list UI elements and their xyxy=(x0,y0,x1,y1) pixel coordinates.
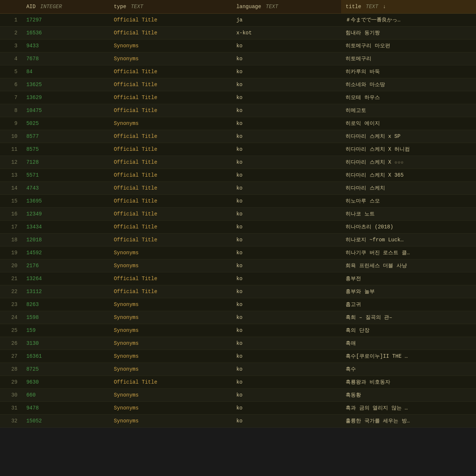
title-header[interactable]: title TEXT ↓ xyxy=(341,0,476,14)
aid-cell[interactable]: 159 xyxy=(22,324,109,337)
type-header[interactable]: type TEXT xyxy=(109,0,232,14)
row-number: 26 xyxy=(0,337,22,350)
type-cell: Official Title xyxy=(109,169,232,182)
language-cell: ko xyxy=(232,195,341,208)
aid-cell[interactable]: 1598 xyxy=(22,311,109,324)
language-cell: x-kot xyxy=(232,27,341,40)
aid-cell[interactable]: 13434 xyxy=(22,221,109,234)
aid-cell[interactable]: 7678 xyxy=(22,52,109,65)
row-number: 18 xyxy=(0,234,22,246)
language-header[interactable]: language TEXT xyxy=(232,0,341,14)
title-cell: 흑희 – 질곡의 관– xyxy=(341,311,476,324)
type-cell: Official Title xyxy=(109,195,232,208)
sort-desc-icon: ↓ xyxy=(383,4,386,10)
type-cell: Official Title xyxy=(109,27,232,40)
aid-cell[interactable]: 4743 xyxy=(22,182,109,195)
aid-header[interactable]: AID INTEGER xyxy=(22,0,109,14)
table-row: 238263Synonymsko흡고귀 xyxy=(0,298,476,311)
language-col-type: TEXT xyxy=(266,4,278,10)
row-number: 1 xyxy=(0,14,22,27)
title-cell: 히노마루 스모 xyxy=(341,195,476,208)
aid-cell[interactable]: 12018 xyxy=(22,234,109,246)
row-number: 7 xyxy=(0,91,22,104)
row-number: 15 xyxy=(0,195,22,208)
aid-cell[interactable]: 10475 xyxy=(22,104,109,117)
aid-cell[interactable]: 8725 xyxy=(22,363,109,376)
table-row: 1713434Official Titleko히나마츠리 (2018) xyxy=(0,221,476,234)
aid-cell[interactable]: 13629 xyxy=(22,91,109,104)
type-cell: Synonyms xyxy=(109,311,232,324)
type-cell: Official Title xyxy=(109,156,232,169)
type-cell: Official Title xyxy=(109,234,232,246)
row-number: 12 xyxy=(0,156,22,169)
aid-cell[interactable]: 2176 xyxy=(22,259,109,272)
data-table: AID INTEGER type TEXT language TEXT titl… xyxy=(0,0,476,428)
type-cell: Official Title xyxy=(109,272,232,285)
aid-cell[interactable]: 13625 xyxy=(22,78,109,91)
aid-cell[interactable]: 13695 xyxy=(22,195,109,208)
row-number: 6 xyxy=(0,78,22,91)
aid-cell[interactable]: 16536 xyxy=(22,27,109,40)
aid-cell[interactable]: 13112 xyxy=(22,285,109,298)
aid-cell[interactable]: 5025 xyxy=(22,117,109,130)
row-number: 20 xyxy=(0,259,22,272)
language-cell: ko xyxy=(232,65,341,78)
aid-cell[interactable]: 8577 xyxy=(22,130,109,143)
row-number: 19 xyxy=(0,246,22,259)
aid-cell[interactable]: 8575 xyxy=(22,143,109,156)
type-cell: Official Title xyxy=(109,14,232,27)
aid-cell[interactable]: 15052 xyxy=(22,415,109,428)
language-col-name: language xyxy=(236,4,261,10)
aid-cell[interactable]: 9630 xyxy=(22,376,109,389)
language-cell: ko xyxy=(232,221,341,234)
table-row: 263130Synonymsko흑애 xyxy=(0,337,476,350)
aid-cell[interactable]: 5571 xyxy=(22,169,109,182)
type-cell: Synonyms xyxy=(109,324,232,337)
table-row: 613625Official Titleko히소네와 마소땅 xyxy=(0,78,476,91)
title-cell: 힘내라 동기짱 xyxy=(341,27,476,40)
title-cell: 흑애 xyxy=(341,337,476,350)
table-row: 30660Synonymsko흑동황 xyxy=(0,389,476,402)
table-row: 95025Synonymsko히로익 에이지 xyxy=(0,117,476,130)
type-cell: Synonyms xyxy=(109,350,232,363)
type-cell: Official Title xyxy=(109,376,232,389)
aid-cell[interactable]: 8263 xyxy=(22,298,109,311)
table-row: 108577Official Titleko히다마리 스케치 x SP xyxy=(0,130,476,143)
aid-cell[interactable]: 9433 xyxy=(22,40,109,52)
language-cell: ko xyxy=(232,389,341,402)
type-cell: Synonyms xyxy=(109,40,232,52)
language-cell: ko xyxy=(232,130,341,143)
type-cell: Synonyms xyxy=(109,363,232,376)
table-row: 2213112Official Titleko흥부와 놀부 xyxy=(0,285,476,298)
title-cell: 흑룡왕과 비호동자 xyxy=(341,376,476,389)
language-cell: ko xyxy=(232,324,341,337)
type-cell: Synonyms xyxy=(109,415,232,428)
row-number: 31 xyxy=(0,402,22,415)
aid-cell[interactable]: 17297 xyxy=(22,14,109,27)
type-col-type: TEXT xyxy=(131,4,143,10)
aid-cell[interactable]: 9478 xyxy=(22,402,109,415)
table-row: 25159Synonymsko흑의 단장 xyxy=(0,324,476,337)
type-cell: Official Title xyxy=(109,208,232,221)
table-row: 810475Official Titleko히메고토 xyxy=(0,104,476,117)
title-cell: 히다마리 스케치 X ☆☆☆ xyxy=(341,156,476,169)
title-cell: 히다마리 스케치 xyxy=(341,182,476,195)
aid-cell[interactable]: 660 xyxy=(22,389,109,402)
aid-cell[interactable]: 7128 xyxy=(22,156,109,169)
aid-cell[interactable]: 14592 xyxy=(22,246,109,259)
row-number: 4 xyxy=(0,52,22,65)
row-number: 21 xyxy=(0,272,22,285)
table-row: 202176Synonymsko희욕 프린세스 더블 사냥 xyxy=(0,259,476,272)
aid-cell[interactable]: 12349 xyxy=(22,208,109,221)
title-cell: 히다마리 스케치 X 허니컴 xyxy=(341,143,476,156)
language-cell: ko xyxy=(232,169,341,182)
table-row: 241598Synonymsko흑희 – 질곡의 관– xyxy=(0,311,476,324)
aid-cell[interactable]: 16361 xyxy=(22,350,109,363)
aid-cell[interactable]: 3130 xyxy=(22,337,109,350)
aid-cell[interactable]: 84 xyxy=(22,65,109,78)
language-cell: ko xyxy=(232,91,341,104)
row-number: 28 xyxy=(0,363,22,376)
aid-cell[interactable]: 13264 xyxy=(22,272,109,285)
row-num-header xyxy=(0,0,22,14)
title-cell: 흑의 단장 xyxy=(341,324,476,337)
